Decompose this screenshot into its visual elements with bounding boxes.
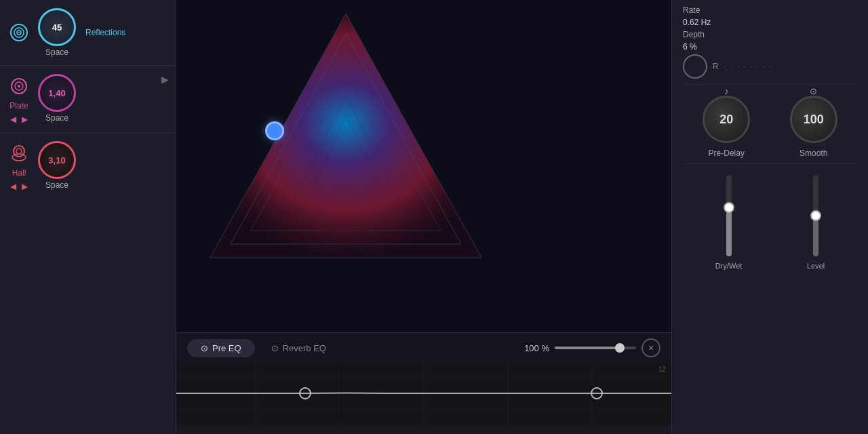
- knob-row: ♪ 20 Pre-Delay ⊙ 100 Smooth: [683, 90, 857, 164]
- hall-label: Hall: [12, 168, 26, 178]
- predelay-icon: ♪: [724, 86, 729, 96]
- eq-percent-slider[interactable]: [555, 347, 636, 349]
- hall-knob[interactable]: 3,10: [38, 141, 76, 179]
- hall-icon: [7, 141, 31, 165]
- smooth-label: Smooth: [800, 149, 827, 158]
- smooth-item: ⊙ 100 Smooth: [790, 96, 837, 158]
- reflections-knob-area: 45 Space: [38, 8, 76, 57]
- plate-nav: ◀ ▶: [10, 115, 28, 124]
- predelay-label: Pre-Delay: [709, 149, 745, 158]
- level-fill: [813, 220, 818, 256]
- eq-close-button[interactable]: ×: [642, 338, 660, 357]
- reflections-knob[interactable]: 45: [38, 8, 76, 46]
- hall-nav: ◀ ▶: [10, 182, 28, 191]
- drywet-label: Dry/Wet: [715, 262, 743, 270]
- tab-reverb-eq[interactable]: ⊙ Reverb EQ: [258, 339, 340, 357]
- svg-point-6: [18, 85, 20, 87]
- rate-value: 0.62 Hz: [683, 18, 711, 27]
- rate-section: Rate 0.62 Hz Depth 6 % R · · · · · · · ·: [683, 5, 857, 85]
- svg-point-3: [18, 32, 20, 33]
- depth-circle[interactable]: [683, 54, 707, 79]
- eq-section: ⊙ Pre EQ ⊙ Reverb EQ 100 % × 12: [176, 332, 671, 434]
- predelay-knob[interactable]: 20: [703, 96, 750, 143]
- drywet-slider-track[interactable]: [726, 175, 732, 256]
- hall-nav-left[interactable]: ◀: [10, 182, 16, 191]
- depth-row: Depth: [683, 30, 857, 39]
- rate-value-row: 0.62 Hz: [683, 18, 857, 27]
- plate-nav-left[interactable]: ◀: [10, 115, 16, 124]
- plate-nav-right[interactable]: ▶: [22, 115, 28, 124]
- hall-knob-area: 3,10 Space: [38, 141, 76, 190]
- depth-indicator: R · · · · · · · ·: [683, 54, 857, 79]
- right-panel: Rate 0.62 Hz Depth 6 % R · · · · · · · ·…: [671, 0, 868, 434]
- plate-knob-area: 1,40 Space: [38, 74, 76, 123]
- plate-label: Plate: [9, 101, 28, 111]
- hall-nav-right[interactable]: ▶: [22, 182, 28, 191]
- depth-dots: · · · · · · · ·: [724, 63, 773, 71]
- svg-point-8: [16, 149, 22, 154]
- drywet-slider-item: Dry/Wet: [715, 175, 743, 270]
- depth-label: Depth: [683, 30, 705, 39]
- plate-expand-arrow[interactable]: ▶: [161, 74, 169, 85]
- center-area: -2.6 dB -Inf dB ⊙ Pre EQ: [176, 0, 671, 434]
- reverb-eq-icon: ⊙: [271, 343, 279, 353]
- eq-percent-value: 100 %: [524, 343, 549, 353]
- r-label: R: [713, 62, 719, 71]
- level-slider-item: Level: [807, 175, 825, 270]
- rate-row: Rate: [683, 5, 857, 15]
- smooth-knob[interactable]: 100: [790, 96, 837, 143]
- eq-tabs: ⊙ Pre EQ ⊙ Reverb EQ 100 % ×: [176, 333, 671, 363]
- eq-slider-thumb[interactable]: [615, 343, 625, 353]
- plate-icon: [7, 74, 31, 98]
- sliders-row: Dry/Wet Level: [683, 170, 857, 429]
- eq-grid-svg: [176, 363, 671, 424]
- drywet-fill: [726, 212, 732, 256]
- reverb-eq-label: Reverb EQ: [283, 343, 326, 353]
- rate-label: Rate: [683, 5, 700, 15]
- plate-space-label: Space: [45, 113, 68, 123]
- hall-space-label: Space: [45, 180, 68, 190]
- tab-pre-eq[interactable]: ⊙ Pre EQ: [187, 339, 255, 357]
- sidebar: 45 Space Reflections Plate ◀ ▶: [0, 0, 176, 434]
- reflections-label: Reflections: [85, 28, 125, 37]
- smooth-icon: ⊙: [810, 86, 817, 96]
- drywet-thumb[interactable]: [724, 202, 734, 213]
- sidebar-item-hall[interactable]: Hall ◀ ▶ 3,10 Space: [0, 133, 176, 199]
- pre-eq-label: Pre EQ: [212, 343, 241, 353]
- sidebar-item-plate[interactable]: Plate ◀ ▶ 1,40 Space ▶: [0, 66, 176, 133]
- level-slider-track[interactable]: [813, 175, 818, 256]
- reflections-space-label: Space: [45, 47, 68, 57]
- depth-value: 6 %: [683, 42, 697, 52]
- sidebar-item-reflections[interactable]: 45 Space Reflections: [0, 0, 176, 66]
- plate-knob[interactable]: 1,40: [38, 74, 76, 112]
- pre-eq-icon: ⊙: [201, 343, 208, 353]
- eq-grid: 12: [176, 363, 671, 424]
- eq-slider-fill: [555, 347, 620, 349]
- reflections-icon: [7, 20, 31, 45]
- eq-percent-area: 100 % ×: [524, 338, 660, 357]
- level-thumb[interactable]: [810, 210, 821, 221]
- predelay-item: ♪ 20 Pre-Delay: [703, 96, 750, 158]
- level-label: Level: [807, 262, 825, 270]
- depth-value-row: 6 %: [683, 42, 857, 52]
